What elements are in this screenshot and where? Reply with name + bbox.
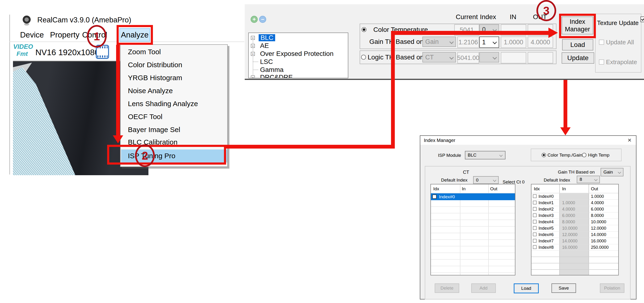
row-checkbox[interactable] — [533, 207, 537, 211]
save-button-dialog[interactable]: Save — [552, 284, 576, 293]
isp-module-combo[interactable]: BLC — [465, 151, 506, 159]
logic-th-current-field[interactable]: 5041.00 — [457, 52, 479, 63]
menu-item-lens-shading-analyze[interactable]: Lens Shading Analyze — [128, 99, 198, 108]
step1-circle: 1 — [87, 25, 107, 48]
add-button[interactable]: + — [250, 16, 258, 23]
menu-item-yrgb-histogram[interactable]: YRGB Histogram — [128, 73, 182, 82]
gain-th-mode-combo[interactable]: Gain — [422, 36, 456, 47]
isp-module-value: BLC — [468, 153, 476, 158]
logic-th-mode-combo[interactable]: CT — [422, 52, 456, 62]
load-button-dialog[interactable]: Load — [514, 284, 539, 293]
ct-default-index-combo[interactable]: 0 — [473, 176, 499, 184]
col-header-index: Index — [478, 14, 498, 20]
menu-item-noise-analyze[interactable]: Noise Analyze — [128, 86, 173, 95]
gain-th-based-on-combo[interactable]: Gain — [600, 168, 624, 176]
table-row[interactable]: Index#2 4.0000 6.0000 — [532, 206, 618, 213]
tree-item-gamma[interactable]: Gamma — [260, 66, 284, 73]
ct-default-index-label: Default Index — [441, 177, 468, 183]
update-all-checkbox[interactable] — [599, 40, 604, 45]
update-button[interactable]: Update — [562, 52, 594, 64]
gain-th-label: Gain TH Based on — [369, 38, 424, 45]
row-checkbox[interactable] — [533, 239, 537, 243]
row-checkbox[interactable] — [432, 195, 436, 199]
dialog-title: Index Manager — [424, 137, 455, 144]
row-checkbox[interactable] — [533, 226, 537, 230]
tree-item-ae[interactable]: AE — [260, 42, 269, 49]
logic-th-label: Logic TH Based on — [368, 54, 424, 61]
row-out: 12.0000 — [591, 225, 606, 231]
step2-highlight-box — [107, 145, 226, 165]
table-row[interactable]: Index#3 6.0000 8.0000 — [532, 213, 618, 219]
polation-button[interactable]: Polation — [600, 284, 624, 293]
row-idx: Index#3 — [538, 213, 554, 218]
step2-connector-vertical — [391, 31, 395, 149]
row-in: 8.0000 — [562, 219, 575, 225]
row-checkbox[interactable] — [533, 220, 537, 224]
color-temp-gain-radio[interactable] — [542, 153, 546, 157]
menu-property[interactable]: Property — [50, 30, 80, 40]
step3-arrowhead — [548, 27, 558, 38]
menu-item-color-distribution[interactable]: Color Distribution — [128, 60, 182, 69]
step2-connector-horizontal — [224, 145, 395, 149]
table-row[interactable]: Index#5 10.0000 12.0000 — [532, 225, 618, 232]
tree-expander-blc[interactable]: + — [251, 36, 255, 40]
webcam-icon-lens — [24, 17, 29, 22]
gain-th-index-combo[interactable]: 1 — [479, 36, 499, 48]
close-icon[interactable]: ✕ — [628, 137, 632, 144]
table-row[interactable]: Index#1 1.0000 4.0000 — [532, 200, 618, 206]
tree-item-drcdre[interactable]: DRC&DRE — [260, 74, 292, 78]
row-checkbox[interactable] — [533, 194, 537, 198]
row-checkbox[interactable] — [533, 213, 537, 217]
table-row[interactable]: Index#4 8.0000 10.0000 — [532, 219, 618, 225]
table-row[interactable]: Index#0 1.0000 — [532, 193, 618, 200]
webcam-icon-base — [24, 23, 29, 25]
tree-item-over-exposed-protection[interactable]: Over Exposed Protection — [260, 50, 334, 57]
delete-button[interactable]: Delete — [435, 284, 459, 293]
row-checkbox[interactable] — [533, 245, 537, 249]
row-out: 16.0000 — [591, 238, 606, 244]
menu-item-oecf-tool[interactable]: OECF Tool — [128, 112, 162, 121]
gain-th-in-field[interactable]: 1.0000 — [501, 36, 526, 48]
video-format-label: NV16 1920x1080 — [36, 47, 99, 57]
chevron-down-icon — [492, 55, 497, 59]
row-checkbox[interactable] — [533, 201, 537, 204]
gain-default-index-combo[interactable]: 8 — [577, 176, 600, 183]
video-fmt-logo-top: VIDEO — [13, 43, 33, 50]
high-temp-radio[interactable] — [582, 153, 586, 157]
remove-button[interactable]: − — [259, 16, 266, 23]
color-temp-radio[interactable] — [362, 27, 366, 32]
row-idx: Index#1 — [538, 200, 554, 206]
chevron-down-icon — [449, 40, 454, 44]
gain-th-out-field[interactable]: 4.0000 — [528, 36, 553, 48]
left-table-header-in: In — [462, 186, 466, 192]
row-checkbox[interactable] — [533, 233, 537, 236]
right-table-header-idx: Idx — [534, 186, 540, 192]
row-in: 4.0000 — [562, 206, 575, 212]
tree-item-blc[interactable]: BLC — [259, 34, 275, 41]
menu-item-bayer-image-sel[interactable]: Bayer Image Sel — [128, 125, 180, 134]
tree-expander-oep[interactable]: + — [251, 52, 255, 56]
chevron-down-icon — [499, 154, 503, 157]
tree-stub-gamma — [253, 69, 258, 70]
table-row-selected[interactable]: Index#0 — [431, 193, 515, 200]
gain-th-based-on-value: Gain — [604, 170, 613, 175]
table-row[interactable]: Index#7 14.0000 16.0000 — [532, 238, 618, 244]
load-button[interactable]: Load — [562, 39, 593, 50]
row-idx: Index#8 — [538, 245, 554, 250]
tree-item-lsc[interactable]: LSC — [260, 58, 273, 65]
gain-th-current-field[interactable]: 1.2106 — [457, 36, 479, 48]
logic-th-out-field[interactable] — [528, 52, 553, 63]
tree-stub-lsc — [253, 61, 258, 62]
logic-th-radio[interactable] — [361, 55, 366, 60]
logic-th-index-combo[interactable] — [479, 52, 499, 62]
menu-device[interactable]: Device — [20, 30, 44, 40]
add-button-dialog[interactable]: Add — [471, 284, 496, 293]
tree-expander-drcdre[interactable]: + — [251, 75, 255, 78]
table-row[interactable]: Index#8 16.0000 250.0000 — [532, 244, 618, 251]
logic-th-in-field[interactable] — [501, 52, 526, 63]
extrapolate-checkbox[interactable] — [599, 59, 604, 65]
menu-item-zoom-tool[interactable]: Zoom Tool — [128, 47, 161, 57]
edge-checkbox[interactable] — [640, 16, 644, 22]
tree-expander-ae[interactable]: + — [251, 44, 255, 48]
table-row[interactable]: Index#6 12.0000 14.0000 — [532, 232, 618, 238]
